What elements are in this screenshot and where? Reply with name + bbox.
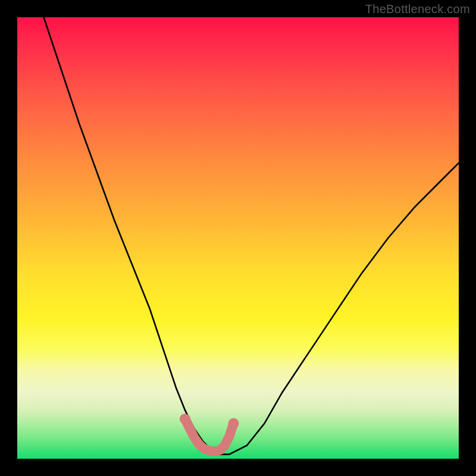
- optimal-marker-dot-left: [180, 414, 190, 424]
- watermark-text: TheBottleneck.com: [365, 2, 470, 16]
- chart-frame: TheBottleneck.com: [0, 0, 476, 476]
- chart-svg: [17, 17, 459, 459]
- bottleneck-curve: [44, 17, 459, 455]
- optimal-marker-dot-right: [228, 418, 239, 429]
- optimal-zone-marker: [185, 419, 234, 451]
